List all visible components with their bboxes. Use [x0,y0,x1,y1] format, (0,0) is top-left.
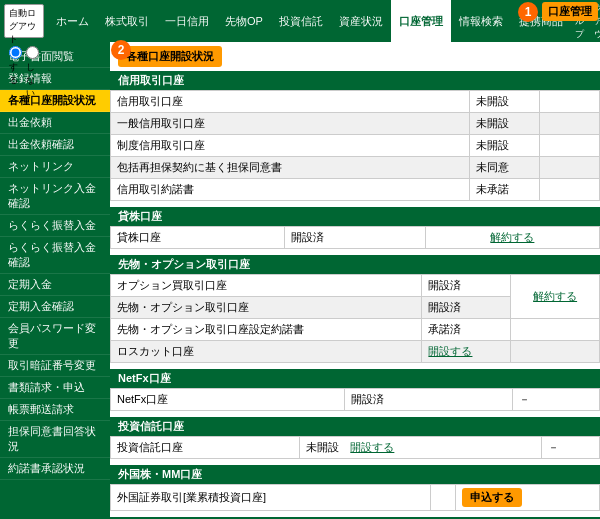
sidebar-item-docs[interactable]: 書類請求・申込 [0,377,110,399]
account-action [511,319,600,341]
section-header-lending: 貸株口座 [110,207,600,226]
cancel-link[interactable]: 解約する [490,231,534,243]
account-status [430,485,456,511]
account-action: － [542,437,600,459]
sidebar-item-collateral[interactable]: 担保同意書回答状況 [0,421,110,458]
account-action [540,135,600,157]
account-status: 開設する [422,341,511,363]
nav-futures[interactable]: 先物OP [217,0,271,42]
section-header-investment: 投資信託口座 [110,417,600,436]
main-layout: 電子書面閲覧 登録情報 各種口座開設状況 出金依頼 出金依頼確認 ネットリンク … [0,42,600,519]
account-name: オプション買取引口座 [111,275,422,297]
nav-home[interactable]: ホーム [48,0,97,42]
table-row: 包括再担保契約に基く担保同意書 未同意 [111,157,600,179]
account-name: 先物・オプション取引口座設定約諾書 [111,319,422,341]
account-name: 一般信用取引口座 [111,113,470,135]
account-action: － [512,389,599,411]
table-row: 投資信託口座 未開設 開設する － [111,437,600,459]
account-name: ロスカット口座 [111,341,422,363]
account-status: 開設済 [345,389,512,411]
sidebar: 電子書面閲覧 登録情報 各種口座開設状況 出金依頼 出金依頼確認 ネットリンク … [0,42,110,519]
netfx-account-table: NetFx口座 開設済 － [110,388,600,411]
sidebar-item-netlink[interactable]: ネットリンク [0,156,110,178]
account-status: 開設済 [285,227,426,249]
account-name: 制度信用取引口座 [111,135,470,157]
auto-logout-yes[interactable]: する [9,46,22,100]
sidebar-item-rakuraku-confirm[interactable]: らくらく振替入金確認 [0,237,110,274]
section-header-credit: 信用取引口座 [110,71,600,90]
section-callout-label: 各種口座開設状況 [118,46,222,67]
sidebar-item-netlink-confirm[interactable]: ネットリンク入金確認 [0,178,110,215]
sidebar-item-pin[interactable]: 取引暗証番号変更 [0,355,110,377]
nav-items: ホーム 株式取引 一日信用 先物OP 投資信託 資産状況 口座管理 情報検索 提… [48,0,571,42]
account-status: 未同意 [470,157,540,179]
account-action[interactable]: 解約する [425,227,599,249]
account-mgmt-callout: 口座管理 [542,2,598,21]
nav-stock[interactable]: 株式取引 [97,0,157,42]
foreign-account-table: 外国証券取引[業累積投資口座] 申込する [110,484,600,511]
page-wrapper: 自動ログアウト する しない ホーム 株式取引 一日信用 先物OP 投資信託 資… [0,0,600,519]
sidebar-item-withdrawal[interactable]: 出金依頼 [0,112,110,134]
apply-callout: 申込する [462,488,522,507]
table-row: 信用取引口座 未開設 [111,91,600,113]
badge-2: 2 [111,40,131,60]
content-area: 各種口座開設状況 2 信用取引口座 信用取引口座 未開設 一般信用取引口座 未開… [110,42,600,519]
account-status: 開設済 [422,275,511,297]
sidebar-item-rakuraku[interactable]: らくらく振替入金 [0,215,110,237]
account-action [540,179,600,201]
sidebar-item-teiki[interactable]: 定期入金 [0,274,110,296]
account-name: 信用取引約諾書 [111,179,470,201]
section-header-foreign: 外国株・MM口座 [110,465,600,484]
nav-trust[interactable]: 投資信託 [271,0,331,42]
table-row: 制度信用取引口座 未開設 [111,135,600,157]
account-status: 未開設 [470,113,540,135]
sidebar-item-mail[interactable]: 帳票郵送請求 [0,399,110,421]
table-row: 貸株口座 開設済 解約する [111,227,600,249]
sidebar-item-withdrawal-confirm[interactable]: 出金依頼確認 [0,134,110,156]
invest-open-link[interactable]: 開設する [350,441,394,453]
account-status: 未開設 [470,91,540,113]
account-action [540,113,600,135]
account-name: 先物・オプション取引口座 [111,297,422,319]
account-status: 未承諾 [470,179,540,201]
nav-daily[interactable]: 一日信用 [157,0,217,42]
nav-info[interactable]: 情報検索 [451,0,511,42]
account-action [540,91,600,113]
account-action [511,341,600,363]
nav-assets[interactable]: 資産状況 [331,0,391,42]
open-link[interactable]: 開設する [428,345,472,357]
top-navigation: 自動ログアウト する しない ホーム 株式取引 一日信用 先物OP 投資信託 資… [0,0,600,42]
account-status: 未開設 開設する [300,437,542,459]
account-name: 包括再担保契約に基く担保同意書 [111,157,470,179]
table-row: ロスカット口座 開設する [111,341,600,363]
section-header-futures: 先物・オプション取引口座 [110,255,600,274]
account-action: 申込する [456,485,600,511]
sidebar-item-agreement[interactable]: 約諾書承認状況 [0,458,110,480]
credit-account-table: 信用取引口座 未開設 一般信用取引口座 未開設 制度信用取引口座 未開設 [110,90,600,201]
table-row: 外国証券取引[業累積投資口座] 申込する [111,485,600,511]
account-action: 解約する [511,275,600,319]
account-name: 投資信託口座 [111,437,300,459]
account-name: 外国証券取引[業累積投資口座] [111,485,431,511]
account-status: 承諾済 [422,319,511,341]
nav-account[interactable]: 口座管理 [391,0,451,42]
account-name: NetFx口座 [111,389,345,411]
investment-account-table: 投資信託口座 未開設 開設する － [110,436,600,459]
futures-cancel-link[interactable]: 解約する [533,290,577,302]
table-row: 先物・オプション取引口座設定約諾書 承諾済 [111,319,600,341]
account-name: 貸株口座 [111,227,285,249]
lending-account-table: 貸株口座 開設済 解約する [110,226,600,249]
account-action [540,157,600,179]
futures-account-table: オプション買取引口座 開設済 解約する 先物・オプション取引口座 開設済 先物・… [110,274,600,363]
auto-logout-no[interactable]: しない [26,46,39,100]
auto-logout-label: 自動ログアウト [9,7,39,46]
table-row: 一般信用取引口座 未開設 [111,113,600,135]
table-row: 信用取引約諾書 未承諾 [111,179,600,201]
sidebar-item-password[interactable]: 会員パスワード変更 [0,318,110,355]
table-row: NetFx口座 開設済 － [111,389,600,411]
account-status: 開設済 [422,297,511,319]
sidebar-item-teiki-confirm[interactable]: 定期入金確認 [0,296,110,318]
account-status: 未開設 [470,135,540,157]
auto-logout-widget: 自動ログアウト する しない [4,4,44,38]
table-row: オプション買取引口座 開設済 解約する [111,275,600,297]
